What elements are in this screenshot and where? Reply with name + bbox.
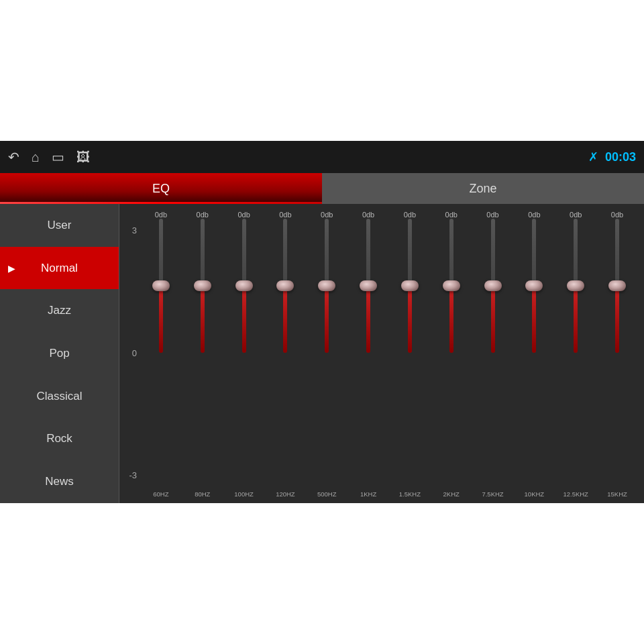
db-label-3: 0db (265, 211, 305, 219)
slider-band-6[interactable] (390, 219, 430, 488)
freq-label-0: 60HZ (141, 490, 181, 498)
freq-label-4: 500HZ (307, 490, 347, 498)
db-label-7: 0db (431, 211, 472, 219)
db-label-8: 0db (473, 211, 513, 219)
back-button[interactable]: ↶ (8, 149, 19, 165)
slider-band-5[interactable] (348, 219, 388, 488)
eq-label-bot: -3 (126, 470, 137, 480)
sidebar-item-user[interactable]: User (0, 204, 119, 247)
eq-y-labels: 3 0 -3 (126, 211, 141, 498)
freq-label-1: 80HZ (182, 490, 223, 498)
sidebar-item-pop[interactable]: Pop (0, 332, 119, 375)
freq-label-3: 120HZ (265, 490, 305, 498)
play-arrow-icon: ▶ (8, 263, 15, 274)
eq-label-mid: 0 (126, 348, 137, 358)
sidebar: User ▶ Normal Jazz Pop Classical Rock Ne… (0, 204, 119, 503)
sidebar-label-jazz: Jazz (48, 304, 71, 317)
eq-label-top: 3 (126, 225, 137, 235)
slider-thumb-7[interactable] (443, 280, 460, 291)
freq-label-9: 10KHZ (514, 490, 554, 498)
tab-eq[interactable]: EQ (0, 173, 322, 204)
slider-band-3[interactable] (265, 219, 305, 488)
db-label-9: 0db (514, 211, 554, 219)
slider-band-0[interactable] (141, 219, 181, 488)
sidebar-label-rock: Rock (46, 432, 72, 445)
slider-band-10[interactable] (555, 219, 596, 488)
time-display: 00:03 (605, 150, 636, 164)
slider-thumb-11[interactable] (608, 280, 626, 291)
sidebar-label-pop: Pop (49, 347, 69, 360)
sidebar-label-classical: Classical (36, 390, 82, 403)
slider-thumb-9[interactable] (525, 280, 543, 291)
freq-label-2: 100HZ (224, 490, 264, 498)
freq-label-7: 2KHZ (431, 490, 472, 498)
slider-band-2[interactable] (224, 219, 264, 488)
tab-zone[interactable]: Zone (322, 173, 644, 204)
sidebar-label-user: User (48, 219, 72, 232)
main-content: User ▶ Normal Jazz Pop Classical Rock Ne… (0, 204, 644, 503)
window-button[interactable]: ▭ (52, 149, 64, 165)
freq-labels-row: 60HZ 80HZ 100HZ 120HZ 500HZ 1KHZ 1.5KHZ … (141, 490, 637, 498)
slider-thumb-1[interactable] (194, 280, 211, 291)
top-bar-left: ↶ ⌂ ▭ 🖼 (8, 149, 90, 165)
image-button[interactable]: 🖼 (76, 150, 90, 165)
device-screen: ↶ ⌂ ▭ 🖼 ✗ 00:03 EQ Zone User ▶ Normal (0, 141, 644, 503)
sidebar-label-normal: Normal (41, 262, 78, 275)
top-bar-right: ✗ 00:03 (588, 150, 636, 164)
slider-thumb-6[interactable] (401, 280, 419, 291)
freq-label-8: 7.5KHZ (473, 490, 513, 498)
tab-zone-label: Zone (469, 182, 496, 196)
freq-label-5: 1KHZ (348, 490, 388, 498)
sidebar-item-jazz[interactable]: Jazz (0, 289, 119, 332)
eq-area: 3 0 -3 0db 0db 0db 0db 0db 0db 0db (119, 204, 644, 503)
freq-label-6: 1.5KHZ (390, 490, 430, 498)
sidebar-item-normal[interactable]: ▶ Normal (0, 247, 119, 290)
slider-band-8[interactable] (473, 219, 513, 488)
sidebar-item-rock[interactable]: Rock (0, 418, 119, 461)
slider-thumb-3[interactable] (276, 280, 294, 291)
sidebar-label-news: News (45, 475, 74, 488)
slider-thumb-8[interactable] (484, 280, 502, 291)
slider-band-4[interactable] (307, 219, 347, 488)
sidebar-item-classical[interactable]: Classical (0, 375, 119, 418)
tab-eq-label: EQ (152, 182, 170, 196)
db-label-5: 0db (348, 211, 388, 219)
slider-band-7[interactable] (431, 219, 472, 488)
slider-thumb-5[interactable] (360, 280, 377, 291)
db-label-10: 0db (555, 211, 596, 219)
db-label-0: 0db (141, 211, 181, 219)
db-label-4: 0db (307, 211, 347, 219)
top-bar: ↶ ⌂ ▭ 🖼 ✗ 00:03 (0, 141, 644, 173)
sliders-row (141, 219, 637, 488)
freq-label-11: 15KHZ (597, 490, 637, 498)
db-label-1: 0db (182, 211, 223, 219)
db-label-2: 0db (224, 211, 264, 219)
home-button[interactable]: ⌂ (32, 150, 40, 165)
db-label-6: 0db (390, 211, 430, 219)
slider-band-1[interactable] (182, 219, 223, 488)
slider-band-9[interactable] (514, 219, 554, 488)
slider-thumb-4[interactable] (318, 280, 335, 291)
slider-band-11[interactable] (597, 219, 637, 488)
sidebar-item-news[interactable]: News (0, 460, 119, 503)
tab-row: EQ Zone (0, 173, 644, 204)
slider-thumb-2[interactable] (235, 280, 253, 291)
slider-thumb-0[interactable] (152, 280, 170, 291)
db-label-11: 0db (597, 211, 637, 219)
slider-thumb-10[interactable] (567, 280, 584, 291)
freq-label-10: 12.5KHZ (555, 490, 596, 498)
bluetooth-icon: ✗ (588, 150, 598, 164)
